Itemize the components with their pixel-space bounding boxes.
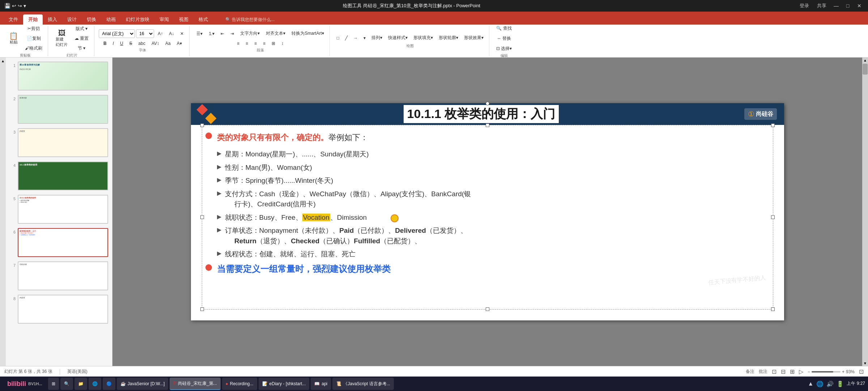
volume-icon[interactable]: 🔊 xyxy=(826,381,834,387)
font-name-select[interactable]: Arial (正文) xyxy=(99,29,135,38)
tab-animations[interactable]: 动画 xyxy=(101,14,121,25)
decrease-font-btn[interactable]: A↓ xyxy=(166,29,176,38)
align-justify-btn[interactable]: ≡ xyxy=(260,39,268,48)
strikethrough-btn[interactable]: S xyxy=(127,39,135,48)
shape-outline-btn[interactable]: 形状轮廓▾ xyxy=(436,33,461,42)
slide-thumb-4[interactable]: 4 10.1 枚举类的使用 xyxy=(9,160,109,192)
slideshow-icon[interactable]: ▷ xyxy=(799,368,803,375)
redo-quick-btn[interactable]: ↪ xyxy=(18,3,22,9)
handle-top-center[interactable] xyxy=(486,102,489,105)
slide-img-8[interactable]: 内容页 xyxy=(18,295,108,324)
tab-design[interactable]: 设计 xyxy=(62,14,82,25)
tab-search[interactable]: 🔍 告诉我您想要做什么... xyxy=(220,14,280,25)
network-icon[interactable]: 🌐 xyxy=(816,381,824,387)
login-btn[interactable]: 登录 xyxy=(797,1,812,10)
find-btn[interactable]: 🔍 查找 xyxy=(494,24,514,33)
shape-more-btn[interactable]: ▾ xyxy=(361,34,368,42)
increase-indent-btn[interactable]: ⇥ xyxy=(228,29,237,38)
slide-thumb-6[interactable]: 6 枚举类的使用：入门 • 类的对象只有有限个 • 当需要定义一组常量时 xyxy=(9,227,109,258)
slide-img-7[interactable]: 代码示例 xyxy=(18,261,108,290)
copy-btn[interactable]: 📄 复制 xyxy=(22,34,45,43)
decrease-indent-btn[interactable]: ⇤ xyxy=(218,29,227,38)
shape-rect-btn[interactable]: □ xyxy=(334,34,342,42)
underline-btn[interactable]: U xyxy=(118,39,126,48)
slide-img-2[interactable]: 目录内容 xyxy=(18,95,108,124)
tab-review[interactable]: 审阅 xyxy=(154,14,174,25)
tray-up-btn[interactable]: ▲ xyxy=(808,381,813,387)
line-spacing-btn[interactable]: ↕ xyxy=(279,39,286,48)
tab-file[interactable]: 文件 xyxy=(4,14,23,25)
slide-panel-scroll-up[interactable]: ▲ xyxy=(1,59,5,63)
taskbar-js-app[interactable]: 📜 《JavaScript 语言参考... xyxy=(332,378,393,390)
right-scrollbar[interactable]: ▲ ▼ xyxy=(862,58,868,366)
scroll-up-btn[interactable]: ▲ xyxy=(863,58,868,63)
zoom-in-btn[interactable]: + xyxy=(842,369,844,374)
minimize-btn[interactable]: — xyxy=(832,1,841,10)
handle-br[interactable] xyxy=(771,307,775,311)
quick-styles-btn[interactable]: 快速样式▾ xyxy=(386,33,410,42)
shadow-btn[interactable]: abc xyxy=(136,39,148,48)
numbering-btn[interactable]: 1.▾ xyxy=(206,29,217,38)
system-clock[interactable]: 上午 9:27 xyxy=(847,381,865,387)
handle-bl[interactable] xyxy=(200,307,204,311)
share-btn[interactable]: 共享 xyxy=(814,1,829,10)
char-spacing-btn[interactable]: AV↕ xyxy=(149,39,162,48)
tab-view[interactable]: 视图 xyxy=(174,14,193,25)
taskbar-chrome-btn[interactable]: 🔵 xyxy=(103,378,115,390)
reset-btn[interactable]: ☁ 重置 xyxy=(72,34,91,43)
font-size-select[interactable]: 16 xyxy=(136,29,154,38)
taskbar-windows-btn[interactable]: ⊞ xyxy=(48,378,59,390)
replace-btn[interactable]: ↔ 替换 xyxy=(494,34,514,43)
arrange-btn[interactable]: 排列▾ xyxy=(369,33,385,42)
taskbar-api-app[interactable]: 📖 api xyxy=(311,378,331,390)
select-btn[interactable]: ⊡ 选择▾ xyxy=(494,44,514,53)
taskbar-edge-btn[interactable]: 🌐 xyxy=(89,378,101,390)
slide-thumb-2[interactable]: 2 目录内容 xyxy=(9,94,109,125)
maximize-btn[interactable]: □ xyxy=(843,1,852,10)
tab-transitions[interactable]: 切换 xyxy=(82,14,101,25)
shape-line-btn[interactable]: ╱ xyxy=(342,34,350,42)
undo-quick-btn[interactable]: ↩ xyxy=(12,3,16,9)
columns-btn[interactable]: ⊞ xyxy=(269,39,278,48)
taskbar-java-app[interactable]: ☕ JavaSenior [D:W...] xyxy=(117,378,169,390)
shape-effects-btn[interactable]: 形状效果▾ xyxy=(461,33,486,42)
taskbar-recording-app[interactable]: ● Recording... xyxy=(222,378,257,390)
text-direction-btn[interactable]: 文字方向▾ xyxy=(238,29,262,38)
slide-thumb-7[interactable]: 7 代码示例 xyxy=(9,260,109,291)
increase-font-btn[interactable]: A↑ xyxy=(155,29,165,38)
taskbar-ppt-app[interactable]: P 尚硅谷_宋红康_第... xyxy=(170,378,220,390)
tab-format[interactable]: 格式 xyxy=(193,14,213,25)
tab-home[interactable]: 开始 xyxy=(23,14,43,25)
save-quick-btn[interactable]: 💾 xyxy=(4,3,10,9)
canvas-area[interactable]: 10.1.1 枚举类的使用：入门 ① 尚硅谷 xyxy=(112,58,862,366)
italic-btn[interactable]: I xyxy=(110,39,116,48)
comment-btn[interactable]: 备注 xyxy=(746,369,754,375)
bold-btn[interactable]: B xyxy=(101,39,109,48)
shape-arrow-btn[interactable]: → xyxy=(351,34,360,42)
clear-format-btn[interactable]: ✕ xyxy=(178,29,186,38)
tab-insert[interactable]: 插入 xyxy=(43,14,62,25)
smartart-btn[interactable]: 转换为SmartArt▾ xyxy=(289,29,326,38)
align-center-btn[interactable]: ≡ xyxy=(243,39,251,48)
zoom-slider[interactable] xyxy=(812,371,841,373)
normal-view-icon[interactable]: ⊡ xyxy=(772,368,776,375)
layout-btn[interactable]: 版式 ▾ xyxy=(72,24,91,33)
cut-btn[interactable]: ✂ 剪切 xyxy=(22,24,45,33)
slide-thumb-1[interactable]: 1 第10章 枚举类与注解 尚硅谷·宋红康 xyxy=(9,60,109,92)
section-btn[interactable]: 节 ▾ xyxy=(72,44,91,53)
slide-sorter-icon[interactable]: ⊞ xyxy=(790,368,795,375)
taskbar-ediary-app[interactable]: 📝 eDiary - [shkstart... xyxy=(259,378,310,390)
handle-bm[interactable] xyxy=(486,307,489,311)
slide-thumb-5[interactable]: 5 10.1.1 枚举类的使用 • 枚举类的理解 • JDK5.0前... xyxy=(9,194,109,225)
scroll-thumb[interactable] xyxy=(863,64,868,75)
slide-img-6[interactable]: 枚举类的使用：入门 • 类的对象只有有限个 • 当需要定义一组常量时 xyxy=(18,228,108,257)
battery-icon[interactable]: 🔋 xyxy=(837,381,844,387)
close-btn[interactable]: ✕ xyxy=(855,1,864,10)
shape-fill-btn[interactable]: 形状填充▾ xyxy=(411,33,435,42)
taskbar-explorer-btn[interactable]: 📁 xyxy=(75,378,87,390)
slide-img-4[interactable]: 10.1 枚举类的使用 xyxy=(18,161,108,190)
zoom-out-btn[interactable]: − xyxy=(808,369,810,374)
align-text-btn[interactable]: 对齐文本▾ xyxy=(263,29,288,38)
bullets-btn[interactable]: ☰▾ xyxy=(194,29,205,38)
scroll-down-btn[interactable]: ▼ xyxy=(863,361,868,366)
